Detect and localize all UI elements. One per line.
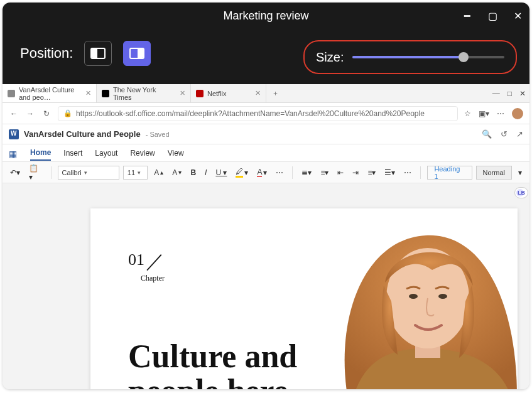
browser-maximize-icon[interactable]: □	[508, 89, 512, 98]
increase-indent-button[interactable]: ⇥	[350, 167, 361, 178]
close-tab-icon[interactable]: ✕	[255, 89, 261, 97]
bullets-button[interactable]: ≣▾	[299, 167, 314, 178]
position-right-button[interactable]	[123, 41, 151, 66]
browser-tab-label: The New York Times	[113, 86, 176, 101]
font-size-value: 11	[128, 169, 135, 176]
undo-button[interactable]: ↶▾	[8, 167, 23, 178]
menu-icon[interactable]: ⋯	[497, 109, 504, 118]
size-slider-fill	[352, 56, 463, 58]
search-icon[interactable]: 🔍	[482, 129, 492, 139]
browser-tab-strip: VanArsdel Culture and peo… ✕ The New Yor…	[3, 84, 529, 103]
style-heading1[interactable]: Heading 1	[427, 166, 472, 180]
decrease-font-button[interactable]: A▾	[170, 167, 184, 178]
size-label: Size:	[316, 50, 344, 65]
person-image	[310, 201, 529, 389]
highlight-button[interactable]: 🖊▾	[233, 166, 251, 179]
profile-avatar[interactable]	[512, 108, 523, 119]
paste-button[interactable]: 📋▾	[26, 163, 45, 183]
ribbon-tabs: Home Insert Layout Review View	[3, 144, 529, 162]
italic-button[interactable]: I	[202, 167, 209, 178]
presence-indicator[interactable]: LB	[514, 187, 528, 198]
document-canvas[interactable]: LB 01／ Chapter Culture and people here.	[3, 183, 529, 389]
control-bar: Position: Size:	[3, 29, 529, 84]
browser-minimize-icon[interactable]: —	[492, 89, 500, 98]
history-icon[interactable]: ↺	[501, 129, 508, 139]
line-spacing-button[interactable]: ☰▾	[382, 167, 398, 178]
position-left-button[interactable]	[84, 41, 112, 66]
favicon-icon	[196, 90, 204, 97]
separator	[420, 166, 421, 179]
more-paragraph-button[interactable]: ⋯	[401, 167, 414, 178]
style-normal[interactable]: Normal	[476, 166, 512, 180]
dock-right-icon	[129, 48, 144, 59]
maximize-button[interactable]: ▢	[487, 10, 498, 22]
app-launcher-icon[interactable]	[9, 149, 18, 158]
separator	[51, 166, 52, 179]
tab-home[interactable]: Home	[30, 146, 51, 161]
font-name-select[interactable]: Calibri▾	[58, 166, 119, 180]
close-tab-icon[interactable]: ✕	[85, 89, 91, 97]
browser-tab-label: VanArsdel Culture and peo…	[19, 86, 82, 101]
size-slider[interactable]	[352, 56, 504, 58]
window-title: Marketing review	[3, 9, 529, 23]
position-label: Position:	[20, 45, 73, 62]
forward-button[interactable]: →	[25, 109, 35, 118]
svg-point-3	[438, 294, 447, 299]
font-color-button[interactable]: A▾	[254, 166, 269, 178]
address-bar: ← → ↻ 🔒 https://outlook-sdf.office.com/m…	[3, 103, 529, 124]
document-title: VanArsdel Culture and People	[24, 129, 141, 139]
tab-insert[interactable]: Insert	[63, 146, 82, 160]
url-text: https://outlook-sdf.office.com/mail/deep…	[76, 109, 425, 118]
chapter-label: Chapter	[141, 274, 165, 283]
new-tab-button[interactable]: ＋	[266, 84, 284, 102]
document-status: - Saved	[146, 131, 170, 138]
ribbon: ↶▾ 📋▾ Calibri▾ 11▾ A▴ A▾ B I U ▾ 🖊▾ A▾ ⋯…	[3, 162, 529, 183]
favorite-icon[interactable]: ☆	[464, 109, 471, 118]
refresh-button[interactable]: ↻	[41, 109, 52, 118]
favicon-icon	[8, 90, 15, 97]
close-tab-icon[interactable]: ✕	[180, 89, 185, 97]
browser-tab-active[interactable]: VanArsdel Culture and peo… ✕	[3, 84, 97, 102]
word-header: VanArsdel Culture and People - Saved 🔍 ↺…	[3, 124, 529, 144]
tab-review[interactable]: Review	[130, 146, 155, 160]
font-size-select[interactable]: 11▾	[123, 166, 148, 180]
extensions-icon[interactable]: ▣▾	[479, 109, 489, 118]
browser-tab-label: Netflix	[207, 90, 227, 97]
dock-left-icon	[90, 48, 106, 59]
more-icon[interactable]: ↗	[516, 129, 523, 139]
tab-layout[interactable]: Layout	[95, 146, 117, 160]
title-bar: Marketing review ━ ▢ ✕	[3, 3, 529, 29]
browser-tab[interactable]: The New York Times ✕	[97, 84, 191, 102]
styles-more-button[interactable]: ▾	[516, 167, 524, 178]
align-left-button[interactable]: ≡▾	[365, 167, 378, 178]
favicon-icon	[102, 90, 109, 97]
minimize-button[interactable]: ━	[462, 10, 473, 22]
decrease-indent-button[interactable]: ⇤	[335, 167, 346, 178]
numbering-button[interactable]: ≡▾	[318, 167, 331, 178]
bold-button[interactable]: B	[188, 167, 198, 178]
browser-tab[interactable]: Netflix ✕	[191, 84, 266, 102]
close-button[interactable]: ✕	[512, 10, 523, 22]
back-button[interactable]: ←	[9, 109, 19, 118]
lock-icon: 🔒	[63, 109, 72, 117]
browser-close-icon[interactable]: ✕	[519, 89, 526, 98]
separator	[292, 166, 293, 179]
word-logo-icon	[9, 129, 19, 139]
more-font-button[interactable]: ⋯	[273, 167, 286, 178]
svg-point-2	[409, 294, 418, 299]
chapter-number: 01	[128, 250, 144, 269]
size-control-highlight: Size:	[303, 40, 517, 74]
url-input[interactable]: 🔒 https://outlook-sdf.office.com/mail/de…	[58, 106, 458, 121]
underline-button[interactable]: U ▾	[213, 167, 229, 178]
tab-view[interactable]: View	[168, 146, 184, 160]
size-slider-thumb[interactable]	[459, 52, 469, 62]
increase-font-button[interactable]: A▴	[151, 167, 166, 178]
font-name-value: Calibri	[62, 169, 82, 176]
